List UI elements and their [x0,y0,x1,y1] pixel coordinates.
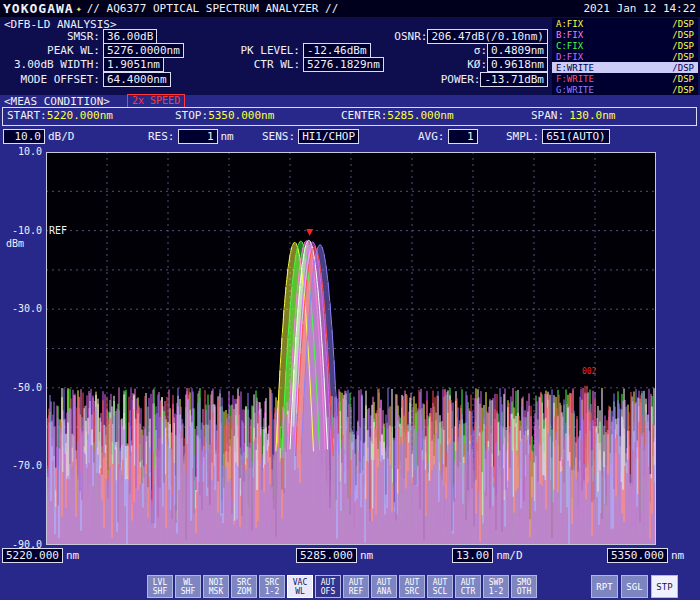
resolution-label: RES: [148,130,178,143]
trace-display-mode: /DSP [672,85,694,95]
sweep-key-stp[interactable]: STP [651,575,678,598]
trace-display-mode: /DSP [672,74,694,84]
peak-wl-value: 5276.0000nm [103,43,184,58]
pk-level-value: -12.46dBm [303,43,371,58]
sampling-label: SMPL: [506,130,542,143]
width-label: 3.00dB WIDTH: [0,58,103,71]
y-axis-tick-label: -70.0 [2,460,42,471]
level-scale-field: 10.0 dB/D [3,129,75,144]
sweep-key-sgl[interactable]: SGL [621,575,648,598]
level-scale-value: 10.0 [3,129,45,144]
trace-display-mode: /DSP [672,41,694,51]
trace-row-a[interactable]: A:FIX/DSP [552,18,698,29]
trace-row-e[interactable]: E:WRITE/DSP [552,62,698,73]
sweep-key-rpt[interactable]: RPT [591,575,618,598]
sampling-field: SMPL: 651(AUTO) [506,129,610,144]
softkey-src-zom[interactable]: SRCZOM [231,575,257,598]
y-axis-unit-label: dBm [6,238,24,249]
trace-display-mode: /DSP [672,19,694,29]
y-axis-tick-label: -30.0 [2,303,42,314]
field-ctr-wl: CTR WL: 5276.1829nm [232,57,384,72]
softkey-aut-src[interactable]: AUTSRC [399,575,425,598]
trace-name: D:FIX [556,52,583,62]
x-scale-per-div-unit: nm/D [496,549,523,562]
trace-name: A:FIX [556,19,583,29]
softkey-aut-ctr[interactable]: AUTCTR [455,575,481,598]
power-value: -13.71dBm [480,72,548,87]
brand-logo: YOKOGAWA [3,1,74,16]
softkey-lvl-shf[interactable]: LVLSHF [147,575,173,598]
softkey-vac-wl[interactable]: VACWL [287,575,313,598]
x-scale-left-unit: nm [66,549,79,562]
trace-name: C:FIX [556,41,583,51]
softkey-aut-ref[interactable]: AUTREF [343,575,369,598]
peak-marker-icon [306,229,313,236]
osnr-value: 206.47dB(/0.10nm) [427,29,548,44]
smsr-label: SMSR: [0,30,103,43]
average-label: AVG: [418,130,448,143]
span-label: SPAN: [531,109,564,122]
span-value: 130.0nm [569,109,615,122]
x-scale-right-value: 5350.000 [607,548,668,563]
stop-value: 5350.000nm [208,109,274,122]
x-scale-per-div: 13.00 nm/D [452,548,523,563]
sigma-value: 0.4809nm [487,43,548,58]
ref-level-label: REF [49,225,67,236]
datetime: 2021 Jan 12 14:22 [583,2,696,15]
y-axis-tick-label: 10.0 [2,146,42,157]
osa-screen: YOKOGAWA ✦ // AQ6377 OPTICAL SPECTRUM AN… [0,0,700,600]
trace-name: E:WRITE [556,63,594,73]
x-scale-center-unit: nm [360,549,373,562]
trace-row-d[interactable]: D:FIX/DSP [552,51,698,62]
ksigma-value: 0.9618nm [487,57,548,72]
center-field: CENTER: 5285.000nm [341,109,454,122]
center-value: 5285.000nm [387,109,453,122]
softkey-aut-scl[interactable]: AUTSCL [427,575,453,598]
y-axis-tick-label: -50.0 [2,382,42,393]
softkey-smo-oth[interactable]: SMOOTH [511,575,537,598]
yokogawa-star-icon: ✦ [76,3,82,14]
ksigma-label: KØ: [467,58,487,71]
trace-row-f[interactable]: F:WRITE/DSP [552,73,698,84]
ctr-wl-value: 5276.1829nm [303,57,384,72]
marker-label: 002 [582,367,597,376]
ctr-wl-label: CTR WL: [232,58,303,71]
field-osnr: OSNR: 206.47dB(/0.10nm) [394,29,548,44]
resolution-unit: nm [221,130,234,143]
softkey-swp-1-2[interactable]: SWP1-2 [483,575,509,598]
sampling-value: 651(AUTO) [542,129,610,144]
sensitivity-label: SENS: [262,130,298,143]
softkey-wl-shf[interactable]: WLSHF [175,575,201,598]
x-scale-center-value: 5285.000 [296,548,357,563]
softkey-aut-ofs[interactable]: AUTOFS [315,575,341,598]
softkey-src-1-2[interactable]: SRC1-2 [259,575,285,598]
trace-name: G:WRITE [556,85,594,95]
trace-status-panel: A:FIX/DSPB:FIX/DSPC:FIX/DSPD:FIX/DSPE:WR… [552,18,698,95]
average-field: AVG: 1 [418,129,478,144]
trace-row-g[interactable]: G:WRITE/DSP [552,84,698,95]
stop-label: STOP: [175,109,208,122]
x-scale-per-div-value: 13.00 [452,548,493,563]
x-scale-right: 5350.000 nm [607,548,684,563]
start-field: START: 5220.000nm [7,109,113,122]
span-field: SPAN: 130.0nm [531,109,615,122]
x-scale-left-value: 5220.000 [2,548,63,563]
width-value: 1.9051nm [103,57,164,72]
speed-badge: 2x SPEED [127,94,185,108]
average-value: 1 [448,129,478,144]
softkey-noi-msk[interactable]: NOIMSK [203,575,229,598]
start-label: START: [7,109,47,122]
sweep-key-group: RPTSGLSTP [591,575,678,598]
trace-row-c[interactable]: C:FIX/DSP [552,40,698,51]
mode-offset-label: MODE OFFSET: [0,73,103,86]
trace-display-mode: /DSP [672,52,694,62]
trace-name: B:FIX [556,30,583,40]
softkey-aut-ana[interactable]: AUTANA [371,575,397,598]
x-scale-left: 5220.000 nm [2,548,79,563]
peak-wl-label: PEAK WL: [0,44,103,57]
x-scale-center: 5285.000 nm [296,548,373,563]
field-3db-width: 3.00dB WIDTH: 1.9051nm [0,57,164,72]
trace-row-b[interactable]: B:FIX/DSP [552,29,698,40]
resolution-field: RES: 1 nm [148,129,234,144]
title-bar: YOKOGAWA ✦ // AQ6377 OPTICAL SPECTRUM AN… [0,0,700,17]
